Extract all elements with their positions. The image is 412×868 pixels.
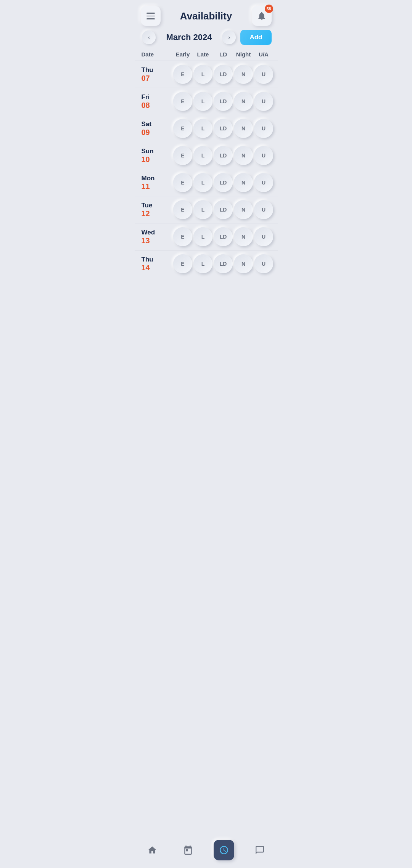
ld-shift-btn[interactable]: LD [214, 119, 233, 138]
ld-shift-btn[interactable]: LD [214, 92, 233, 111]
day-name: Mon [142, 175, 155, 182]
nav-clock[interactable] [211, 840, 237, 860]
ld-shift-btn[interactable]: LD [214, 173, 233, 192]
night-shift-btn[interactable]: N [234, 173, 253, 192]
ld-shift-btn[interactable]: LD [214, 65, 233, 84]
ld-shift-btn[interactable]: LD [214, 146, 233, 165]
day-name: Thu [142, 256, 153, 263]
day-num: 08 [142, 101, 150, 110]
night-shift-btn[interactable]: N [234, 227, 253, 246]
early-shift-btn[interactable]: E [173, 200, 192, 219]
table-row: Thu 07 E L LD N U [135, 61, 278, 88]
day-num: 11 [142, 182, 150, 191]
notification-button[interactable]: 58 [252, 6, 272, 26]
menu-button[interactable] [141, 6, 161, 26]
ua-shift-btn[interactable]: U [254, 119, 273, 138]
night-label: N [241, 71, 245, 77]
ua-shift-btn[interactable]: U [254, 92, 273, 111]
ld-label: LD [220, 71, 227, 77]
clock-icon-wrap[interactable] [214, 840, 234, 860]
chevron-right-icon: › [228, 34, 230, 40]
table-row: Fri 08 E L LD N U [135, 88, 278, 115]
day-num: 09 [142, 128, 150, 137]
early-label: E [181, 152, 184, 159]
nav-home[interactable] [139, 840, 166, 860]
early-label: E [181, 125, 184, 132]
ua-shift-btn[interactable]: U [254, 146, 273, 165]
nav-calendar[interactable] [175, 840, 201, 860]
ua-shift-btn[interactable]: U [254, 65, 273, 84]
col-header-date: Date [138, 50, 173, 59]
table-header: Date Early Late LD Night U/A [135, 50, 278, 59]
late-shift-btn[interactable]: L [193, 92, 212, 111]
day-num: 14 [142, 263, 150, 272]
ld-label: LD [220, 152, 227, 159]
ld-label: LD [220, 180, 227, 186]
col-header-ua: U/A [254, 50, 274, 59]
prev-month-button[interactable]: ‹ [142, 30, 156, 44]
late-label: L [201, 152, 205, 159]
night-shift-btn[interactable]: N [234, 254, 253, 273]
ld-shift-btn[interactable]: LD [214, 227, 233, 246]
next-month-button[interactable]: › [222, 30, 236, 44]
chat-icon [255, 845, 265, 855]
early-shift-btn[interactable]: E [173, 65, 192, 84]
late-shift-btn[interactable]: L [193, 200, 212, 219]
late-shift-btn[interactable]: L [193, 65, 212, 84]
bell-icon [257, 11, 267, 21]
late-label: L [201, 125, 205, 132]
late-shift-btn[interactable]: L [193, 119, 212, 138]
chevron-left-icon: ‹ [148, 34, 150, 40]
table-row: Thu 14 E L LD N U [135, 250, 278, 277]
month-label: March 2024 [160, 32, 217, 42]
calendar-icon-wrap[interactable] [178, 840, 198, 860]
late-shift-btn[interactable]: L [193, 173, 212, 192]
late-label: L [201, 98, 205, 104]
col-header-early: Early [173, 50, 193, 59]
home-icon-wrap[interactable] [142, 840, 163, 860]
night-label: N [241, 261, 245, 267]
table-row: Mon 11 E L LD N U [135, 169, 278, 196]
add-button[interactable]: Add [240, 30, 271, 45]
late-shift-btn[interactable]: L [193, 227, 212, 246]
col-header-night: Night [233, 50, 254, 59]
day-num: 07 [142, 74, 150, 83]
ld-shift-btn[interactable]: LD [214, 200, 233, 219]
table-row: Sat 09 E L LD N U [135, 115, 278, 142]
late-shift-btn[interactable]: L [193, 146, 212, 165]
early-shift-btn[interactable]: E [173, 119, 192, 138]
night-shift-btn[interactable]: N [234, 146, 253, 165]
ua-label: U [262, 125, 266, 132]
night-shift-btn[interactable]: N [234, 92, 253, 111]
early-shift-btn[interactable]: E [173, 254, 192, 273]
bottom-nav [135, 835, 278, 868]
ua-shift-btn[interactable]: U [254, 227, 273, 246]
ua-shift-btn[interactable]: U [254, 254, 273, 273]
date-cell: Mon 11 [138, 175, 173, 191]
night-shift-btn[interactable]: N [234, 65, 253, 84]
col-header-ld: LD [213, 50, 233, 59]
date-cell: Thu 07 [138, 66, 173, 83]
nav-chat[interactable] [246, 840, 273, 860]
chat-icon-wrap[interactable] [249, 840, 270, 860]
night-shift-btn[interactable]: N [234, 200, 253, 219]
schedule-table: Thu 07 E L LD N U Fri 08 [135, 61, 278, 277]
early-shift-btn[interactable]: E [173, 227, 192, 246]
date-cell: Tue 12 [138, 202, 173, 218]
notification-badge: 58 [265, 5, 273, 13]
ua-shift-btn[interactable]: U [254, 200, 273, 219]
day-num: 12 [142, 209, 150, 218]
ua-label: U [262, 207, 266, 213]
early-shift-btn[interactable]: E [173, 173, 192, 192]
page-title: Availability [180, 10, 232, 22]
night-shift-btn[interactable]: N [234, 119, 253, 138]
early-shift-btn[interactable]: E [173, 92, 192, 111]
late-label: L [201, 180, 205, 186]
ld-shift-btn[interactable]: LD [214, 254, 233, 273]
late-shift-btn[interactable]: L [193, 254, 212, 273]
ua-shift-btn[interactable]: U [254, 173, 273, 192]
early-shift-btn[interactable]: E [173, 146, 192, 165]
date-cell: Wed 13 [138, 229, 173, 245]
table-row: Wed 13 E L LD N U [135, 223, 278, 250]
night-label: N [241, 207, 245, 213]
